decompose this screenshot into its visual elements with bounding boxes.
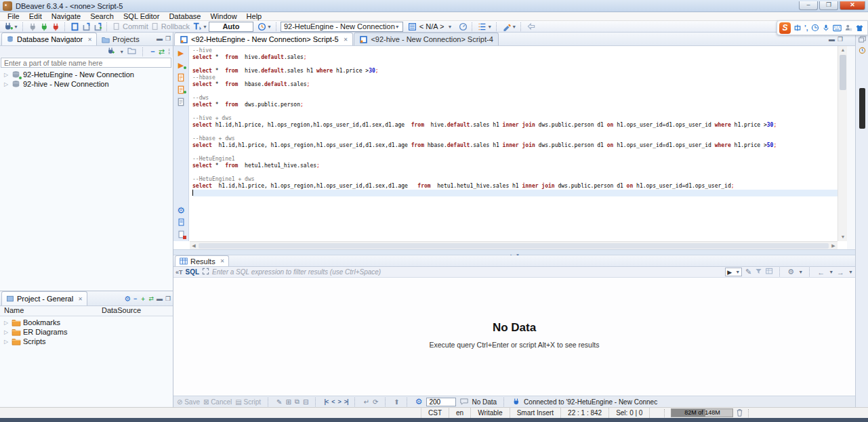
code-line[interactable]: select h1.id,h1.price, h1.ops_region,h1.… (192, 122, 838, 129)
apply-filter-button[interactable]: ▶▼ (725, 268, 742, 276)
new-connection-button[interactable]: ▼ (2, 21, 20, 32)
nav-forward-icon[interactable]: → (837, 268, 844, 276)
code-line[interactable] (192, 190, 838, 196)
rollback-button[interactable]: Rollback (150, 21, 191, 32)
execute-script-button[interactable] (176, 72, 186, 82)
code-line[interactable]: --hbase + dws (192, 135, 838, 142)
editor-tab[interactable]: <92-HetuEngine - New Connection> Script-… (174, 33, 353, 45)
connection-selector[interactable]: 92-HetuEngine - New Connection ▼ (281, 22, 403, 32)
fetch-all-icon[interactable]: ⟳ (373, 398, 378, 406)
scrollbar-thumb[interactable] (840, 55, 846, 90)
code-line[interactable]: select h1.id,h1.price, h1.ops_region,h1.… (192, 183, 838, 190)
column-header-name[interactable]: Name (0, 306, 100, 316)
task-list-button[interactable]: ▼ (476, 21, 493, 32)
script-button[interactable]: ▤ Script (235, 398, 261, 406)
scroll-up-icon[interactable]: ▲ (838, 46, 848, 54)
menu-edit[interactable]: Edit (24, 12, 47, 21)
close-icon[interactable]: ✕ (344, 37, 348, 43)
new-sql-editor-button[interactable] (69, 21, 81, 32)
database-selector[interactable]: < N/A > ▼ (407, 21, 454, 32)
code-line[interactable]: --hive (192, 47, 838, 54)
filter-funnel-icon[interactable] (755, 268, 762, 276)
delete-row-icon[interactable]: ⊟ (303, 398, 308, 406)
new-connection-icon[interactable] (106, 47, 115, 57)
close-icon[interactable]: ✕ (220, 258, 225, 264)
expand-filter-icon[interactable] (202, 268, 209, 276)
tab-projects[interactable]: Projects (97, 33, 144, 45)
commit-button[interactable]: Commit (111, 21, 150, 32)
menu-navigate[interactable]: Navigate (47, 12, 85, 21)
connect-button[interactable] (27, 21, 39, 32)
nav-back-icon[interactable]: ← (817, 268, 825, 276)
close-button[interactable]: ✕ (840, 1, 865, 10)
ime-language-icon[interactable] (793, 24, 802, 32)
expand-arrow-icon[interactable]: ▷ (4, 320, 9, 326)
code-line[interactable]: --HetuEngine1 (192, 156, 838, 163)
project-tree-item[interactable]: ▷ER Diagrams (0, 327, 173, 337)
ime-skin-icon[interactable] (855, 24, 864, 32)
minimize-button[interactable]: – (799, 1, 818, 10)
column-header-datasource[interactable]: DataSource (100, 306, 141, 316)
sql-generator-button[interactable]: ▼ (501, 21, 518, 32)
code-line[interactable] (192, 61, 838, 68)
menu-file[interactable]: File (3, 12, 24, 21)
expand-arrow-icon[interactable]: ▷ (4, 329, 9, 335)
filter-settings-icon[interactable] (766, 268, 773, 276)
editor-results-splitter[interactable]: ▲▼ (173, 249, 855, 255)
minimize-panel-icon[interactable]: ▬ (157, 295, 163, 302)
tab-project-general[interactable]: Project - General ✕ (1, 291, 87, 305)
erase-filter-icon[interactable]: ✎ (745, 268, 751, 276)
code-line[interactable]: select * from dws.public.person; (192, 102, 838, 108)
maximize-editor-icon[interactable]: ❐ (838, 36, 843, 43)
code-line[interactable]: select * from hive.default.sales; (192, 54, 838, 61)
load-script-button[interactable] (176, 217, 186, 227)
gear-icon[interactable]: ⚙ (124, 295, 131, 302)
editor-settings-button[interactable]: ⚙ (176, 205, 186, 215)
code-area[interactable]: --hiveselect * from hive.default.sales; … (190, 46, 838, 241)
history-back-button[interactable] (525, 21, 537, 32)
chevron-down-icon[interactable]: ▼ (119, 49, 124, 54)
editor-vertical-scrollbar[interactable]: ▲ ▼ (838, 46, 847, 241)
code-line[interactable] (192, 169, 838, 176)
new-folder-icon[interactable] (127, 47, 136, 56)
cancel-button[interactable]: ⊠ Cancel (203, 398, 232, 406)
expand-arrow-icon[interactable]: ▷ (4, 339, 9, 345)
gears-icon[interactable]: ⚙ (787, 268, 794, 276)
code-line[interactable]: select h1.id,h1.price, h1.ops_region,h1.… (192, 142, 838, 149)
ime-keyboard-icon[interactable] (833, 24, 842, 32)
dashboard-button[interactable] (457, 21, 469, 32)
execute-statement-button[interactable]: ▶ (176, 48, 186, 58)
tab-database-navigator[interactable]: Database Navigator ✕ (1, 33, 97, 45)
next-page-button[interactable]: > (337, 398, 340, 405)
ime-punctuation-icon[interactable]: ’, (804, 24, 808, 32)
code-line[interactable]: select * from hbase.default.sales; (192, 81, 838, 88)
save-script-button[interactable] (176, 230, 186, 239)
nav-tree-item[interactable]: ▷92-hive - New Connection (0, 79, 173, 89)
view-menu-icon[interactable]: ⁞ (168, 47, 170, 56)
scheduled-view-icon[interactable] (858, 46, 867, 54)
minimize-editor-icon[interactable]: ▬ (829, 36, 835, 43)
maximize-panel-icon[interactable]: ❐ (165, 35, 171, 42)
disconnect-button[interactable] (50, 21, 62, 32)
execute-new-tab-button[interactable]: ▶ (176, 60, 186, 70)
transaction-log-button[interactable]: ▼ (256, 21, 273, 32)
reconnect-button[interactable] (39, 21, 50, 32)
expand-all-icon[interactable]: ＋ (140, 295, 146, 302)
ime-mic-icon[interactable] (822, 24, 830, 32)
edit-value-icon[interactable]: ✎ (276, 398, 282, 406)
code-line[interactable] (192, 88, 838, 95)
execute-script-new-tab-button[interactable] (176, 85, 186, 94)
ime-account-icon[interactable] (844, 24, 852, 32)
project-tree-item[interactable]: ▷Scripts (0, 337, 173, 346)
scroll-down-icon[interactable]: ▼ (838, 233, 848, 241)
menu-help[interactable]: Help (242, 12, 267, 21)
result-settings-icon[interactable]: ⚙ (415, 397, 423, 406)
ime-emoji-icon[interactable] (811, 24, 819, 32)
code-line[interactable]: --hbase (192, 75, 838, 81)
prev-page-button[interactable]: < (331, 398, 334, 405)
code-line[interactable]: --hive + dws (192, 115, 838, 122)
code-line[interactable]: select * from hive.default.sales h1 wher… (192, 68, 838, 75)
tab-results[interactable]: Results ✕ (175, 255, 229, 266)
navigator-filter-input[interactable] (1, 58, 171, 68)
restore-view-icon[interactable] (858, 35, 867, 43)
